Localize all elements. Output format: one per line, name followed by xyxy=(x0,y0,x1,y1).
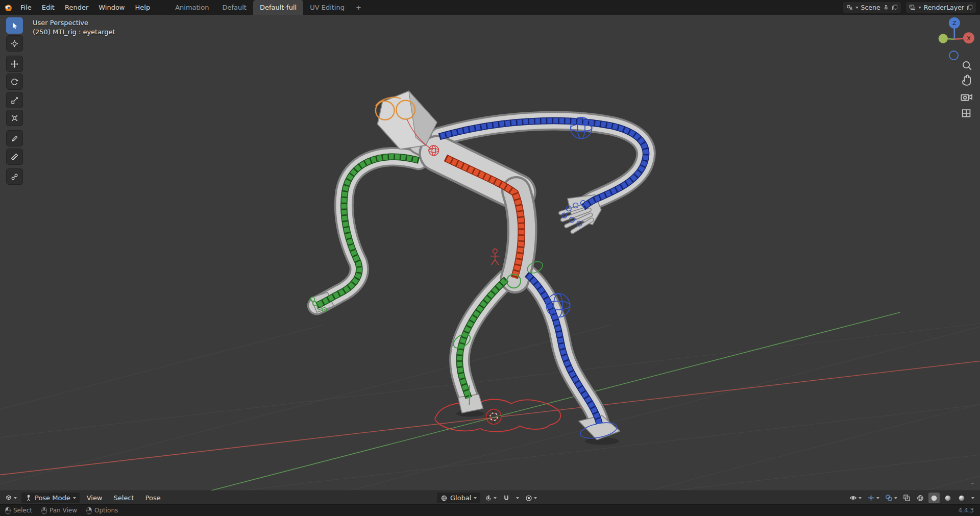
mouse-left-icon xyxy=(5,507,11,514)
wireframe-sphere-icon xyxy=(917,495,924,502)
menu-file[interactable]: File xyxy=(15,0,37,15)
pose-menu[interactable]: Pose xyxy=(141,494,165,502)
pin-icon[interactable] xyxy=(883,5,889,11)
active-object-label: (250) MTI_rig : eyetarget xyxy=(33,28,115,37)
blender-logo-icon[interactable] xyxy=(4,4,12,12)
mouse-right-icon xyxy=(86,507,92,514)
orientation-globe-icon xyxy=(440,495,448,502)
blender-version: 4.4.3 xyxy=(958,507,974,514)
shading-material-button[interactable] xyxy=(942,493,953,503)
proportional-edit-dropdown[interactable] xyxy=(524,493,538,503)
scale-icon xyxy=(11,96,18,104)
menu-window[interactable]: Window xyxy=(93,0,130,15)
menu-help[interactable]: Help xyxy=(130,0,156,15)
viewport-header: Pose Mode View Select Pose Global xyxy=(0,490,980,504)
tool-cursor-button[interactable] xyxy=(6,35,23,52)
tab-default-full[interactable]: Default-full xyxy=(253,0,303,15)
shading-solid-button[interactable] xyxy=(928,493,940,503)
chevron-down-icon xyxy=(516,497,519,499)
snap-settings-dropdown[interactable] xyxy=(514,493,521,503)
tool-scale-button[interactable] xyxy=(6,92,23,108)
menu-render[interactable]: Render xyxy=(60,0,93,15)
status-hint-select: Select xyxy=(5,507,32,514)
gizmo-neg-z-axis xyxy=(949,51,958,60)
pose-mode-icon xyxy=(25,495,32,502)
chevron-down-icon xyxy=(494,497,497,499)
view-layer-selector[interactable]: RenderLayer xyxy=(906,2,976,13)
chevron-down-icon xyxy=(855,7,859,9)
tab-animation[interactable]: Animation xyxy=(168,0,215,15)
viewport-text-overlay: User Perspective (250) MTI_rig : eyetarg… xyxy=(33,18,115,37)
editor-type-button[interactable] xyxy=(3,493,18,503)
chevron-down-icon xyxy=(876,497,879,499)
chevron-down-icon xyxy=(918,7,921,9)
solid-sphere-icon xyxy=(930,495,938,502)
navigation-gizmo[interactable]: Z X xyxy=(939,17,974,60)
proportional-edit-icon xyxy=(525,495,532,502)
tool-move-button[interactable] xyxy=(6,56,23,72)
status-bar: Select Pan View Options 4.4.3 xyxy=(0,504,980,516)
new-view-layer-icon[interactable] xyxy=(967,5,973,11)
chevron-down-icon xyxy=(534,497,537,499)
zoom-icon xyxy=(963,62,971,70)
camera-view-icon xyxy=(961,95,972,101)
visibility-dropdown[interactable] xyxy=(848,493,863,503)
tool-transform-button[interactable] xyxy=(6,110,23,126)
new-scene-icon[interactable] xyxy=(892,5,898,11)
chevron-down-icon xyxy=(971,497,974,499)
viewport-3d[interactable]: Z X User Perspective (250) MTI_rig : eye… xyxy=(0,15,980,490)
workspace-tabs: Animation Default Default-full UV Editin… xyxy=(168,0,366,15)
shading-dropdown[interactable] xyxy=(970,493,976,503)
tab-uv-editing[interactable]: UV Editing xyxy=(303,0,351,15)
snap-magnet-icon xyxy=(503,495,510,502)
tool-tweak-select-button[interactable] xyxy=(6,17,23,34)
tool-annotate-button[interactable] xyxy=(6,130,23,146)
pivot-point-icon xyxy=(485,495,492,502)
overlays-icon xyxy=(885,494,893,502)
scene-name: Scene xyxy=(861,4,880,11)
orientation-label: Global xyxy=(450,494,471,502)
left-arm-bone-chain xyxy=(317,157,419,305)
tool-measure-button[interactable] xyxy=(6,149,23,165)
view-menu[interactable]: View xyxy=(83,494,107,502)
transform-icon xyxy=(11,114,18,122)
show-overlays-dropdown[interactable] xyxy=(884,493,899,503)
chevron-down-icon xyxy=(73,497,76,499)
view-perspective-label: User Perspective xyxy=(33,18,115,28)
xray-icon xyxy=(903,494,911,502)
mode-label: Pose Mode xyxy=(35,494,70,502)
select-menu[interactable]: Select xyxy=(110,494,138,502)
xray-toggle[interactable] xyxy=(901,493,912,503)
menu-edit[interactable]: Edit xyxy=(37,0,60,15)
pivot-point-dropdown[interactable] xyxy=(483,493,498,503)
material-sphere-icon xyxy=(944,495,951,502)
viewport-canvas[interactable]: Z X xyxy=(0,15,980,490)
tool-pose-breakdowner-button[interactable] xyxy=(6,168,23,185)
mouse-middle-icon xyxy=(41,507,47,514)
status-hint-options: Options xyxy=(86,507,118,514)
transform-orientation-dropdown[interactable]: Global xyxy=(437,493,480,503)
gizmo-z-label: Z xyxy=(952,20,957,27)
gizmo-y-axis xyxy=(939,34,948,43)
view-layer-icon xyxy=(909,4,916,11)
mode-dropdown[interactable]: Pose Mode xyxy=(21,493,80,503)
show-gizmo-dropdown[interactable] xyxy=(866,493,881,503)
status-hint-pan-view: Pan View xyxy=(41,507,77,514)
scene-icon xyxy=(846,4,853,11)
tool-shelf xyxy=(6,15,23,490)
add-workspace-button[interactable]: + xyxy=(351,0,366,15)
viewport-nav-buttons[interactable] xyxy=(961,62,972,117)
gizmo-icon xyxy=(867,494,875,502)
tool-rotate-button[interactable] xyxy=(6,73,23,90)
editor-3d-viewport-icon xyxy=(5,494,12,502)
snap-toggle[interactable] xyxy=(501,493,511,503)
topbar: File Edit Render Window Help Animation D… xyxy=(0,0,980,15)
gizmo-x-label: X xyxy=(967,35,971,42)
scene-selector[interactable]: Scene xyxy=(843,2,901,13)
shading-wireframe-button[interactable] xyxy=(915,493,926,503)
corner-resize-handle[interactable]: ⌃ xyxy=(970,482,975,488)
cursor-3d-icon xyxy=(11,40,18,47)
shading-rendered-button[interactable] xyxy=(956,493,967,503)
tab-default[interactable]: Default xyxy=(215,0,253,15)
annotate-pen-icon xyxy=(11,135,18,142)
